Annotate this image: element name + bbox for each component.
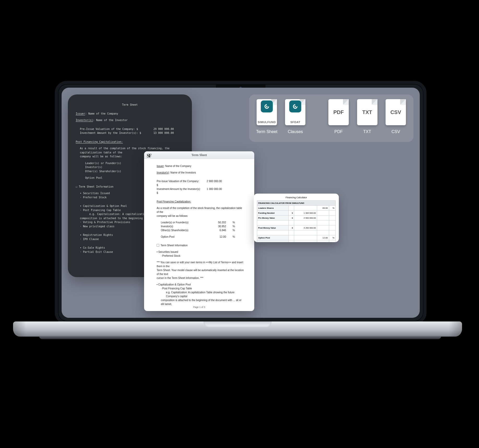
cell-unit: [329, 216, 335, 220]
bullet: Securities Issued: [83, 192, 110, 195]
file-term-sheet[interactable]: SIMULFUND Term Sheet: [256, 99, 278, 134]
cell-label: Pre Money Value: [257, 216, 289, 220]
issuer-key: Issuer: [76, 112, 85, 115]
document-icon: TXT: [357, 99, 377, 125]
sheet-row: [257, 220, 336, 225]
laptop-base: [13, 321, 462, 337]
investor-key: Investor(s): [76, 119, 93, 122]
page-footer: Page 1 of 3: [144, 306, 254, 308]
file-clauses[interactable]: SFDAT Clauses: [285, 99, 306, 134]
file-csv[interactable]: CSV CSV: [385, 99, 407, 134]
cell-unit: [329, 230, 335, 235]
pre-issue-label: Pre-Issue Valuation of the Company: $: [80, 127, 148, 131]
note-line: cursor in the Term Sheet Information. **…: [157, 276, 244, 280]
sheet-row: [257, 230, 336, 235]
cell-percent: [317, 225, 329, 230]
investor-value: : Name of the Investor: [93, 119, 127, 122]
cell-unit: [329, 225, 335, 230]
cell-currency: [289, 235, 294, 240]
cell-currency: $: [289, 225, 294, 230]
cell-label: Leaders Shares: [257, 206, 289, 211]
cell-percent: 12.00: [317, 235, 329, 240]
cell-amount: [294, 220, 317, 225]
cap-sub: · Post Financing Cap Table: [157, 286, 244, 290]
cell-currency: [289, 206, 294, 211]
file-ext-tag: TXT: [362, 109, 372, 115]
cell-amount: [294, 235, 317, 240]
file-label: CSV: [385, 129, 407, 134]
cell-unit: [329, 220, 335, 225]
cell-label: Option Pool: [257, 235, 289, 240]
page-title: Term Sheet: [191, 153, 207, 157]
inv-amount-label: Investment Amount by the Investor(s): $: [80, 131, 148, 135]
svg-point-0: [266, 106, 267, 107]
cell-label: [257, 230, 289, 235]
issuer-key: Issuer: [157, 165, 164, 168]
cell-amount: 2 900 000.00: [294, 216, 317, 220]
simulfund-app-icon: [261, 100, 273, 112]
note-line: Term Sheet. Your model clause will be au…: [157, 268, 244, 276]
cell-unit: %: [329, 206, 335, 211]
file-label: TXT: [356, 129, 378, 134]
file-pdf[interactable]: PDF PDF: [328, 99, 350, 134]
ts-info: Term Sheet Information: [79, 185, 113, 188]
post-fin-hdr: Post Financing Capitalization:: [157, 200, 191, 203]
bullet: Capitalization & Option Pool: [83, 205, 127, 207]
cell-amount: 2 108 480.00: [294, 240, 317, 242]
cell-currency: $: [289, 216, 294, 220]
trackpad-slot: [204, 321, 271, 327]
issuer-value: : Name of the Company: [164, 165, 191, 168]
bullet: Co-Sale Rights: [83, 246, 105, 249]
term-sheet-pdf-preview: SF Term Sheet Issuer: Name of the Compan…: [144, 151, 254, 311]
laptop-foot: [39, 336, 441, 339]
sheet-row: Leaders Shares$2 108 480.0050.20%: [257, 240, 336, 242]
option-pool-row: Option Pool 12.00 %: [157, 235, 244, 239]
sheet-row: Funding Needed$1 300 000.00: [257, 211, 336, 216]
sheet-row: Option Pool12.00%: [257, 235, 336, 240]
cell-percent: [317, 230, 329, 235]
sheet-row: Pre Money Value$2 900 000.00: [257, 216, 336, 220]
cell-currency: [289, 220, 294, 225]
investor-value: : Name of the Investors: [169, 171, 196, 174]
bullet: Registration Rights: [83, 234, 113, 236]
svg-point-1: [295, 106, 296, 107]
sec-pref: · Preferred Stock: [157, 254, 244, 258]
cap-row: Other(s) Shareholder(s) 6.846 %: [157, 228, 244, 232]
checkbox-empty-icon: [157, 244, 159, 247]
cap-hdr: Capitalization & Option Pool: [158, 283, 191, 286]
inv-amount-label: Investment Amount by the Investor(s): $: [157, 187, 201, 195]
cell-percent: 89.00: [317, 206, 329, 211]
cell-amount: [294, 230, 317, 235]
pre-issue-label: Pre-Issue Valuation of the Company: $: [157, 179, 201, 187]
desktop-screen: SIMULFUND Term Sheet SFDAT Clauses: [62, 88, 420, 318]
file-label: PDF: [328, 129, 350, 134]
cell-currency: $: [289, 211, 294, 216]
sheet-title: Financing Calculator: [257, 196, 336, 199]
pre-issue-value: 2 900 000.00: [201, 179, 222, 187]
sheet-header: FINANCING CALCULATOR FROM SIMULFUND: [257, 201, 336, 206]
file-ext-tag: CSV: [391, 109, 401, 115]
laptop-frame: SIMULFUND Term Sheet SFDAT Clauses: [55, 81, 427, 325]
cell-unit: %: [329, 240, 335, 242]
inv-amount-value: 13 000 000.00: [148, 131, 174, 135]
note-line: *** You can save or edit your own terms …: [157, 260, 244, 268]
cell-currency: $: [289, 240, 294, 242]
cell-label: Leaders Shares: [257, 240, 289, 242]
cell-amount: 1 300 000.00: [294, 211, 317, 216]
page-header: SF Term Sheet: [144, 151, 254, 159]
file-tray: SIMULFUND Term Sheet SFDAT Clauses: [249, 94, 413, 142]
file-txt[interactable]: TXT TXT: [356, 99, 378, 134]
cell-percent: [317, 216, 329, 220]
cell-amount: 4 200 000.00: [294, 225, 317, 230]
post-fin-text1: As a result of the completion of the sto…: [157, 206, 244, 214]
file-label: Term Sheet: [256, 129, 278, 134]
sec-issued: Securities Issued: [158, 250, 178, 253]
cap-row: Leader(s) or Founder(s) 50.202 %: [157, 220, 244, 224]
cell-label: Funding Needed: [257, 211, 289, 216]
sheet-table: FINANCING CALCULATOR FROM SIMULFUND Lead…: [257, 200, 336, 242]
document-icon: SFDAT: [285, 99, 305, 125]
issuer-value: : Name of the Company: [85, 112, 118, 115]
sf-logo: SF: [147, 152, 151, 159]
cap-eg1: e.g. Capitalization: A capitalization Ta…: [157, 290, 244, 298]
cap-row: Investor(s) 30.952 %: [157, 224, 244, 228]
